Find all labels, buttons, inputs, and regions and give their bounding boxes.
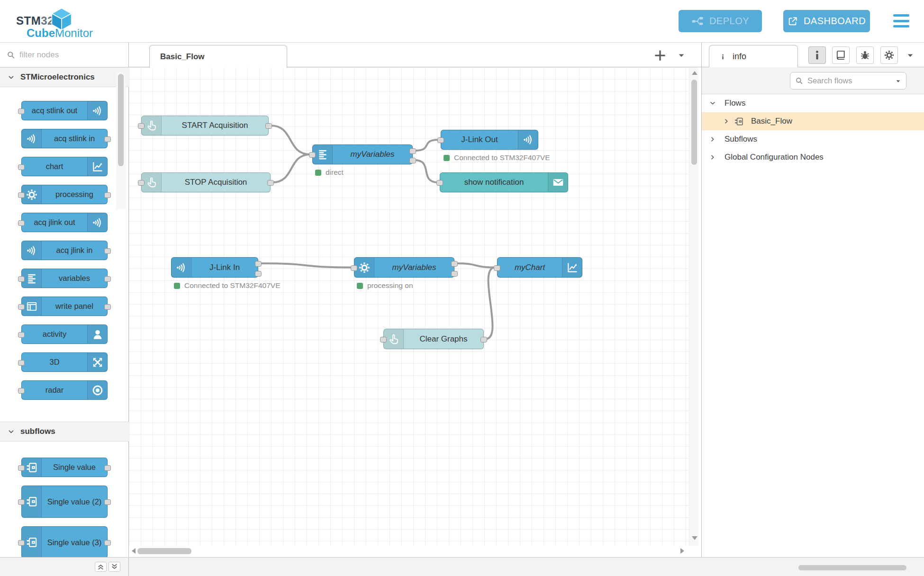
palette-node-write-panel[interactable]: write panel bbox=[21, 297, 108, 316]
palette-node-acq-stlink-out[interactable]: acq stlink out bbox=[21, 101, 108, 120]
node-port-output[interactable] bbox=[104, 276, 111, 282]
palette-node-acq-jlink-out[interactable]: acq jlink out bbox=[21, 213, 108, 232]
node-port-input[interactable] bbox=[18, 388, 25, 394]
flow-node-j-link-in[interactable]: J-Link In bbox=[171, 257, 258, 278]
palette-node-single-value[interactable]: Single value bbox=[21, 458, 108, 477]
node-port-output[interactable] bbox=[255, 261, 262, 267]
canvas-hscrollbar-thumb[interactable] bbox=[137, 548, 191, 554]
chevron-right-icon[interactable] bbox=[723, 118, 730, 125]
node-port-input[interactable] bbox=[18, 108, 25, 114]
palette-filter-input[interactable] bbox=[19, 50, 105, 60]
node-port-input[interactable] bbox=[351, 265, 357, 271]
flow-node-show-notification[interactable]: show notification bbox=[440, 172, 568, 192]
sidebar-config-button[interactable] bbox=[880, 46, 898, 64]
sidebar-debug-button[interactable] bbox=[856, 46, 874, 64]
dashboard-button[interactable]: DASHBOARD bbox=[783, 10, 870, 32]
node-port-output[interactable] bbox=[409, 158, 416, 163]
flow-canvas[interactable]: START AcquisitionSTOP AcquisitionmyVaria… bbox=[129, 67, 689, 546]
wire[interactable] bbox=[271, 126, 310, 154]
flow-node-myvariables[interactable]: myVariables bbox=[312, 144, 413, 164]
node-port-input[interactable] bbox=[18, 332, 25, 338]
flow-node-start-acquisition[interactable]: START Acquisition bbox=[141, 116, 269, 135]
wire[interactable] bbox=[415, 160, 438, 182]
node-port-output[interactable] bbox=[104, 304, 111, 310]
tab-info[interactable]: info bbox=[709, 45, 798, 68]
sidebar-help-button[interactable] bbox=[832, 46, 850, 64]
palette-node-radar[interactable]: radar bbox=[21, 380, 108, 400]
add-flow-button[interactable] bbox=[653, 48, 667, 63]
tree-item-flows[interactable]: Flows bbox=[702, 94, 924, 112]
node-port-input[interactable] bbox=[18, 220, 25, 226]
sidebar-tabs-caret[interactable] bbox=[906, 51, 915, 60]
tree-item-global-configuration-nodes[interactable]: Global Configuration Nodes bbox=[702, 148, 924, 166]
wire[interactable] bbox=[415, 140, 439, 151]
node-port-output[interactable] bbox=[451, 271, 458, 277]
canvas-horizontal-scrollbar[interactable] bbox=[129, 546, 689, 557]
scroll-up-arrow[interactable] bbox=[692, 71, 698, 75]
node-port-output[interactable] bbox=[255, 271, 262, 277]
node-port-output[interactable] bbox=[265, 123, 272, 129]
canvas-vertical-scrollbar[interactable] bbox=[689, 67, 698, 546]
tab-basic-flow[interactable]: Basic_Flow bbox=[149, 45, 287, 68]
node-port-input[interactable] bbox=[18, 465, 25, 471]
tree-item-subflows[interactable]: Subflows bbox=[702, 130, 924, 148]
node-port-input[interactable] bbox=[18, 499, 25, 505]
chevron-right-icon[interactable] bbox=[709, 136, 716, 143]
flows-search-input[interactable] bbox=[807, 72, 890, 89]
node-port-input[interactable] bbox=[309, 152, 316, 158]
sidebar-hscrollbar-thumb[interactable] bbox=[798, 565, 906, 570]
flows-search-box[interactable] bbox=[790, 72, 906, 90]
node-port-output[interactable] bbox=[104, 465, 111, 471]
palette-node-variables[interactable]: variables bbox=[21, 269, 108, 288]
palette-node-chart[interactable]: chart bbox=[21, 157, 108, 176]
tab-list-button[interactable] bbox=[677, 51, 686, 60]
palette-category-subflows[interactable]: subflows bbox=[0, 422, 129, 441]
node-port-input[interactable] bbox=[18, 304, 25, 310]
node-port-input[interactable] bbox=[18, 360, 25, 366]
palette-node-processing[interactable]: processing bbox=[21, 185, 108, 204]
collapse-all-button[interactable] bbox=[95, 562, 107, 572]
wire[interactable] bbox=[486, 268, 495, 339]
deploy-button[interactable]: DEPLOY bbox=[679, 10, 762, 32]
chevron-right-icon[interactable] bbox=[709, 154, 716, 161]
node-port-input[interactable] bbox=[18, 192, 25, 198]
chevron-down-icon[interactable] bbox=[709, 100, 716, 107]
sidebar-info-button[interactable] bbox=[808, 46, 826, 64]
node-port-output[interactable] bbox=[480, 337, 487, 342]
node-port-input[interactable] bbox=[18, 164, 25, 170]
node-port-output[interactable] bbox=[267, 180, 274, 186]
node-port-input[interactable] bbox=[436, 180, 443, 186]
node-port-output[interactable] bbox=[104, 499, 111, 505]
node-port-output[interactable] bbox=[104, 192, 111, 198]
wire[interactable] bbox=[272, 154, 310, 182]
palette-node-acq-jlink-in[interactable]: acq jlink in bbox=[21, 241, 108, 260]
node-port-input[interactable] bbox=[138, 123, 145, 129]
palette-category-stmicroelectronics[interactable]: STMicroelectronics bbox=[0, 67, 129, 87]
scroll-down-arrow[interactable] bbox=[692, 536, 698, 540]
flow-node-j-link-out[interactable]: J-Link Out bbox=[441, 130, 538, 150]
scroll-right-arrow[interactable] bbox=[680, 548, 684, 554]
palette-node-3d[interactable]: 3D bbox=[21, 352, 108, 372]
tree-item-basic-flow[interactable]: Basic_Flow bbox=[702, 112, 924, 130]
palette-node-single-value-2[interactable]: Single value (2) bbox=[21, 486, 108, 518]
node-port-output[interactable] bbox=[409, 148, 416, 154]
node-port-output[interactable] bbox=[451, 261, 458, 267]
node-port-output[interactable] bbox=[104, 248, 111, 254]
flow-node-myvariables[interactable]: myVariables bbox=[354, 257, 454, 278]
flow-node-stop-acquisition[interactable]: STOP Acquisition bbox=[141, 172, 271, 192]
flow-node-mychart[interactable]: myChart bbox=[497, 257, 582, 278]
canvas-scrollbar-thumb[interactable] bbox=[691, 80, 697, 165]
palette-scrollbar-thumb[interactable] bbox=[118, 74, 124, 166]
node-port-input[interactable] bbox=[18, 276, 25, 282]
node-port-input[interactable] bbox=[437, 137, 444, 143]
flow-node-clear-graphs[interactable]: Clear Graphs bbox=[383, 329, 484, 349]
palette-scrollbar[interactable] bbox=[116, 72, 126, 209]
node-port-input[interactable] bbox=[380, 337, 387, 342]
node-port-output[interactable] bbox=[104, 540, 111, 546]
palette-node-acq-stlink-in[interactable]: acq stlink in bbox=[21, 129, 108, 148]
scroll-left-arrow[interactable] bbox=[132, 548, 136, 554]
palette-node-activity[interactable]: activity bbox=[21, 324, 108, 344]
palette-filter[interactable] bbox=[0, 43, 128, 67]
expand-all-button[interactable] bbox=[109, 562, 120, 572]
palette-node-single-value-3[interactable]: Single value (3) bbox=[21, 526, 108, 558]
